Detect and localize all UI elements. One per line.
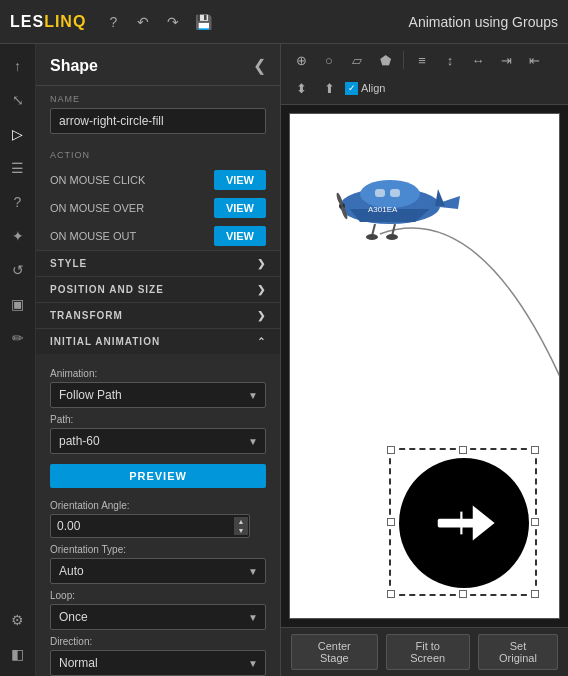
mouse-click-view-button[interactable]: VIEW [214,170,266,190]
arrow-right-icon [429,488,499,558]
name-input[interactable] [50,108,266,134]
selection-handle-tr[interactable] [531,446,539,454]
resize-icon[interactable]: ⤡ [4,86,32,114]
tb-icon-11[interactable]: ⬆ [317,76,341,100]
tb-icon-6[interactable]: ↕ [438,48,462,72]
selection-handle-bm[interactable] [459,590,467,598]
selection-handle-tm[interactable] [459,446,467,454]
tb-icon-4[interactable]: ⬟ [373,48,397,72]
direction-sublabel: Direction: [50,636,266,647]
info-icon[interactable]: ? [4,188,32,216]
loop-select[interactable]: Once [50,604,266,630]
help-icon[interactable]: ? [102,11,124,33]
initial-animation-chevron-icon: ⌃ [257,336,266,347]
tb-icon-1[interactable]: ⊕ [289,48,313,72]
action-field-group: ACTION [36,142,280,166]
tb-icon-10[interactable]: ⬍ [289,76,313,100]
center-stage-button[interactable]: Center Stage [291,634,378,670]
svg-rect-8 [375,189,385,197]
panel-close-button[interactable]: ❮ [253,56,266,75]
align-checkbox[interactable]: ✓ [345,82,358,95]
play-icon[interactable]: ▷ [4,120,32,148]
canvas-stage[interactable]: A301EA [289,113,560,619]
orientation-type-select-wrap: Auto ▼ [50,558,266,584]
path-sublabel: Path: [50,414,266,425]
mouse-out-view-button[interactable]: VIEW [214,226,266,246]
orientation-angle-down-button[interactable]: ▼ [234,526,248,535]
selection-handle-tl[interactable] [387,446,395,454]
svg-rect-9 [390,189,400,197]
orientation-type-sublabel: Orientation Type: [50,544,266,555]
main-layout: ↑ ⤡ ▷ ☰ ? ✦ ↺ ▣ ✏ ⚙ ◧ Shape ❮ NAME ACTIO… [0,44,568,676]
save-icon[interactable]: 💾 [192,11,214,33]
action-label: ACTION [50,150,266,160]
initial-animation-section-label: INITIAL ANIMATION [50,336,160,347]
svg-marker-4 [435,189,445,206]
orientation-angle-sublabel: Orientation Angle: [50,500,266,511]
transform-section-header[interactable]: TRANSFORM ❯ [36,302,280,328]
tb-divider-1 [403,51,404,69]
logo: LESLINQ [10,13,86,31]
path-select[interactable]: path-60 [50,428,266,454]
tb-icon-5[interactable]: ≡ [410,48,434,72]
mouse-click-label: ON MOUSE CLICK [50,174,145,186]
settings-icon[interactable]: ⚙ [4,606,32,634]
orientation-angle-row: ▲ ▼ [50,514,266,538]
position-section-header[interactable]: POSITION AND SIZE ❯ [36,276,280,302]
upload-icon[interactable]: ↑ [4,52,32,80]
style-section-header[interactable]: STYLE ❯ [36,250,280,276]
orientation-angle-input[interactable] [50,514,250,538]
selection-handle-ml[interactable] [387,518,395,526]
tb-icon-9[interactable]: ⇤ [522,48,546,72]
action-row-mouseover: ON MOUSE OVER VIEW [36,194,280,222]
tb-icon-3[interactable]: ▱ [345,48,369,72]
logo-linq: LINQ [44,13,86,30]
redo-icon[interactable]: ↷ [162,11,184,33]
orientation-type-select[interactable]: Auto [50,558,266,584]
selection-handle-bl[interactable] [387,590,395,598]
initial-animation-section-header[interactable]: INITIAL ANIMATION ⌃ [36,328,280,354]
path-select-wrap: path-60 ▼ [50,428,266,454]
svg-point-14 [386,234,398,240]
undo-icon[interactable]: ↶ [132,11,154,33]
set-original-button[interactable]: Set Original [478,634,558,670]
direction-select[interactable]: Normal [50,650,266,676]
animation-sublabel: Animation: [50,368,266,379]
edit-icon[interactable]: ✏ [4,324,32,352]
mouse-out-label: ON MOUSE OUT [50,230,136,242]
svg-point-13 [366,234,378,240]
panel-header: Shape ❮ [36,44,280,86]
selection-handle-br[interactable] [531,590,539,598]
orientation-angle-up-button[interactable]: ▲ [234,517,248,526]
svg-text:A301EA: A301EA [368,205,398,214]
airplane-image: A301EA [320,154,460,254]
layers-icon[interactable]: ◧ [4,640,32,668]
mouse-over-view-button[interactable]: VIEW [214,198,266,218]
star-icon[interactable]: ✦ [4,222,32,250]
loop-sublabel: Loop: [50,590,266,601]
orientation-angle-input-wrap: ▲ ▼ [50,514,250,538]
tb-icon-8[interactable]: ⇥ [494,48,518,72]
refresh-icon[interactable]: ↺ [4,256,32,284]
style-section-label: STYLE [50,258,87,269]
loop-select-wrap: Once ▼ [50,604,266,630]
style-chevron-icon: ❯ [257,258,266,269]
logo-les: LES [10,13,44,30]
selection-handle-mr[interactable] [531,518,539,526]
tb-icon-2[interactable]: ○ [317,48,341,72]
arrow-circle-shape[interactable] [399,458,529,588]
panel-title: Shape [50,57,98,75]
animation-select[interactable]: Follow Path [50,382,266,408]
fit-to-screen-button[interactable]: Fit to Screen [386,634,470,670]
properties-panel: Shape ❮ NAME ACTION ON MOUSE CLICK VIEW … [36,44,281,676]
name-label: NAME [50,94,266,104]
menu-icon[interactable]: ☰ [4,154,32,182]
transform-section-label: TRANSFORM [50,310,123,321]
mouse-over-label: ON MOUSE OVER [50,202,144,214]
topbar: LESLINQ ? ↶ ↷ 💾 Animation using Groups [0,0,568,44]
tb-icon-7[interactable]: ↔ [466,48,490,72]
arrow-circle-inner [399,458,529,588]
initial-animation-content: Animation: Follow Path ▼ Path: path-60 ▼… [36,354,280,676]
preview-button[interactable]: PREVIEW [50,464,266,488]
grid-icon[interactable]: ▣ [4,290,32,318]
